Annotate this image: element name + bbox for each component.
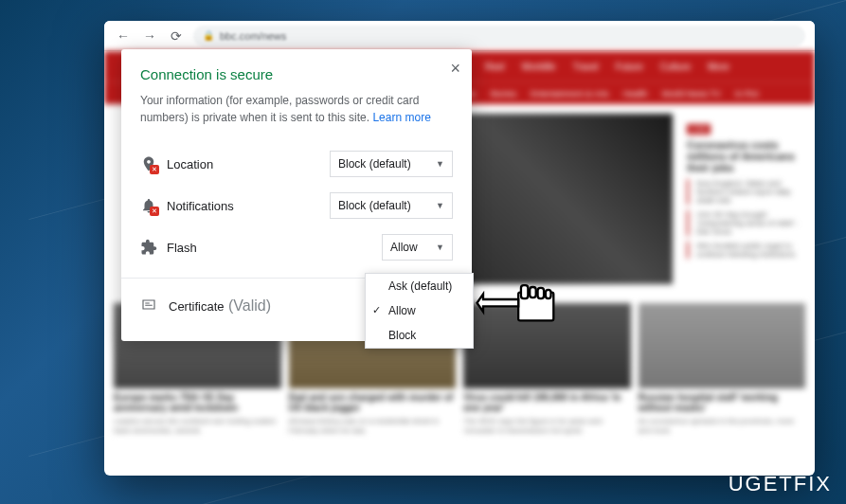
pointing-hand-icon (469, 275, 559, 340)
news-image (639, 303, 806, 388)
blocked-indicator-icon: ✕ (150, 207, 159, 216)
certificate-icon (140, 297, 157, 315)
svg-rect-2 (530, 287, 536, 297)
browser-toolbar: ← → ⟳ 🔒 bbc.com/news (104, 21, 815, 51)
live-badge: LIVE (687, 124, 711, 135)
flash-dropdown-menu: Ask (default) Allow Block (365, 273, 474, 349)
nav-item[interactable]: Reel (485, 62, 505, 72)
url-text: bbc.com/news (220, 30, 286, 42)
news-title: Virus could kill 190,000 in Africa 'in o… (463, 388, 631, 417)
svg-rect-4 (546, 290, 551, 298)
permission-label: Flash (167, 241, 372, 255)
chevron-down-icon: ▼ (436, 201, 444, 210)
reload-button[interactable]: ⟳ (167, 27, 186, 45)
connection-description: Your information (for example, passwords… (140, 92, 453, 126)
location-permission-select[interactable]: Block (default) ▼ (330, 151, 453, 177)
permission-row-flash: Flash Allow ▼ (140, 226, 453, 268)
dropdown-option-block[interactable]: Block (366, 323, 473, 348)
permission-label: Notifications (167, 199, 320, 213)
location-icon: ✕ (140, 155, 157, 172)
news-title: Russian hospital staff 'working without … (639, 388, 806, 417)
back-button[interactable]: ← (114, 27, 133, 45)
live-item[interactable]: 12m VE Day brought 'overpowering sense o… (687, 210, 801, 236)
permission-label: Location (167, 157, 320, 171)
nav-item[interactable]: Health (623, 89, 648, 99)
close-button[interactable]: × (450, 59, 460, 79)
live-item[interactable]: 45m Scottish public urged to continue fo… (687, 242, 801, 259)
nav-item[interactable]: Future (616, 62, 643, 72)
lock-icon: 🔒 (203, 30, 214, 41)
nav-item[interactable]: Worklife (521, 62, 555, 72)
nav-item[interactable]: World News TV (662, 89, 721, 99)
nav-item[interactable]: Culture (660, 62, 691, 72)
svg-rect-3 (538, 288, 545, 298)
watermark: UGETFIX (729, 472, 832, 496)
nav-item[interactable]: Stories (490, 89, 516, 99)
news-desc: Ahmaud Arbery was on a residential stree… (289, 417, 457, 437)
news-title: Dad and son charged with murder of US bl… (289, 388, 457, 417)
dropdown-option-ask[interactable]: Ask (default) (366, 274, 473, 298)
flash-permission-select[interactable]: Allow ▼ (382, 234, 453, 261)
live-item[interactable]: Now England, Wales and Northern Ireland … (687, 179, 801, 205)
forward-button[interactable]: → (140, 27, 159, 45)
permission-row-notifications: ✕ Notifications Block (default) ▼ (140, 185, 453, 226)
address-bar[interactable]: 🔒 bbc.com/news (193, 26, 805, 46)
dropdown-option-allow[interactable]: Allow (366, 298, 473, 323)
chevron-down-icon: ▼ (436, 159, 444, 169)
notifications-icon: ✕ (140, 197, 157, 214)
nav-item[interactable]: In Pict (735, 89, 759, 99)
news-desc: Leaders across the continent are holding… (114, 417, 281, 437)
svg-rect-1 (521, 285, 528, 298)
chevron-down-icon: ▼ (436, 243, 444, 252)
notifications-permission-select[interactable]: Block (default) ▼ (330, 192, 453, 219)
blocked-indicator-icon: ✕ (150, 165, 159, 174)
live-panel: LIVE Coronavirus costs millions of Ameri… (682, 114, 805, 284)
news-title: Europe marks 75th VE Day anniversary ami… (114, 388, 281, 417)
connection-status-title: Connection is secure (140, 66, 453, 82)
nav-item[interactable]: More (708, 62, 729, 72)
news-desc: The WHO says the figure is for years and… (463, 417, 631, 437)
learn-more-link[interactable]: Learn more (372, 111, 430, 124)
flash-icon (140, 239, 157, 256)
live-title[interactable]: Coronavirus costs millions of Americans … (687, 139, 801, 173)
certificate-label: Certificate (Valid) (169, 297, 271, 315)
hero-image[interactable] (445, 114, 673, 284)
news-card[interactable]: Russian hospital staff 'working without … (639, 303, 806, 437)
nav-item[interactable]: Entertainment & Arts (531, 89, 609, 99)
permission-row-location: ✕ Location Block (default) ▼ (140, 143, 453, 185)
nav-item[interactable]: Travel (572, 62, 598, 72)
news-desc: As coronavirus spreads in the provinces,… (639, 417, 806, 437)
